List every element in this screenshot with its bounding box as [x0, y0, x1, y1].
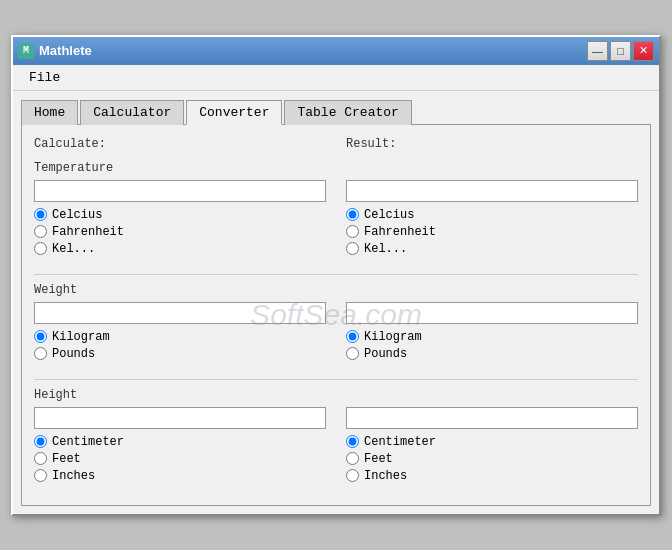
height-result-input[interactable]: [346, 407, 638, 429]
tab-converter[interactable]: Converter: [186, 100, 282, 125]
height-left-feet[interactable]: Feet: [34, 452, 326, 466]
temperature-result-input[interactable]: [346, 180, 638, 202]
height-right-feet[interactable]: Feet: [346, 452, 638, 466]
tab-home[interactable]: Home: [21, 100, 78, 125]
height-left: Centimeter Feet Inches: [34, 407, 326, 493]
temp-right-celcius[interactable]: Celcius: [346, 208, 638, 222]
height-right-radio-group: Centimeter Feet Inches: [346, 435, 638, 483]
menu-file[interactable]: File: [21, 68, 68, 87]
calculate-header: Calculate:: [34, 137, 326, 151]
temperature-section: Celcius Fahrenheit Kel...: [34, 180, 638, 266]
height-left-radio-group: Centimeter Feet Inches: [34, 435, 326, 483]
weight-right-radio-group: Kilogram Pounds: [346, 330, 638, 361]
result-header: Result:: [346, 137, 638, 151]
title-bar-left: M Mathlete: [18, 43, 92, 59]
weight-result-input[interactable]: [346, 302, 638, 324]
temperature-left: Celcius Fahrenheit Kel...: [34, 180, 326, 266]
temp-left-celcius[interactable]: Celcius: [34, 208, 326, 222]
menu-bar: File: [13, 65, 659, 91]
height-right-centimeter[interactable]: Centimeter: [346, 435, 638, 449]
divider-2: [34, 379, 638, 380]
main-content: Home Calculator Converter Table Creator …: [13, 91, 659, 514]
weight-calculate-input[interactable]: [34, 302, 326, 324]
temperature-right-radio-group: Celcius Fahrenheit Kel...: [346, 208, 638, 256]
tab-calculator[interactable]: Calculator: [80, 100, 184, 125]
height-label: Height: [34, 388, 638, 402]
height-right: Centimeter Feet Inches: [346, 407, 638, 493]
window-title: Mathlete: [39, 43, 92, 58]
title-buttons: — □ ✕: [587, 41, 654, 61]
weight-left-radio-group: Kilogram Pounds: [34, 330, 326, 361]
temp-right-fahrenheit[interactable]: Fahrenheit: [346, 225, 638, 239]
main-window: M Mathlete — □ ✕ File Home Calculator Co…: [11, 35, 661, 516]
temp-right-kelvin[interactable]: Kel...: [346, 242, 638, 256]
temperature-calculate-input[interactable]: [34, 180, 326, 202]
height-left-centimeter[interactable]: Centimeter: [34, 435, 326, 449]
temperature-right: Celcius Fahrenheit Kel...: [346, 180, 638, 266]
height-calculate-input[interactable]: [34, 407, 326, 429]
height-section: Centimeter Feet Inches: [34, 407, 638, 493]
temperature-left-radio-group: Celcius Fahrenheit Kel...: [34, 208, 326, 256]
temp-left-fahrenheit[interactable]: Fahrenheit: [34, 225, 326, 239]
weight-left-kilogram[interactable]: Kilogram: [34, 330, 326, 344]
weight-label: Weight: [34, 283, 638, 297]
converter-panel: SoftSea.com Calculate: Result: Temperatu…: [21, 125, 651, 506]
temp-left-kelvin[interactable]: Kel...: [34, 242, 326, 256]
app-icon: M: [18, 43, 34, 59]
close-button[interactable]: ✕: [633, 41, 654, 61]
divider-1: [34, 274, 638, 275]
weight-right: Kilogram Pounds: [346, 302, 638, 371]
tab-bar: Home Calculator Converter Table Creator: [21, 99, 651, 125]
minimize-button[interactable]: —: [587, 41, 608, 61]
weight-right-kilogram[interactable]: Kilogram: [346, 330, 638, 344]
tab-table-creator[interactable]: Table Creator: [284, 100, 411, 125]
weight-right-pounds[interactable]: Pounds: [346, 347, 638, 361]
header-row: Calculate: Result:: [34, 137, 638, 151]
height-right-inches[interactable]: Inches: [346, 469, 638, 483]
weight-left-pounds[interactable]: Pounds: [34, 347, 326, 361]
title-bar: M Mathlete — □ ✕: [13, 37, 659, 65]
weight-section: Kilogram Pounds Kilogram: [34, 302, 638, 371]
maximize-button[interactable]: □: [610, 41, 631, 61]
temperature-label: Temperature: [34, 161, 638, 175]
weight-left: Kilogram Pounds: [34, 302, 326, 371]
height-left-inches[interactable]: Inches: [34, 469, 326, 483]
